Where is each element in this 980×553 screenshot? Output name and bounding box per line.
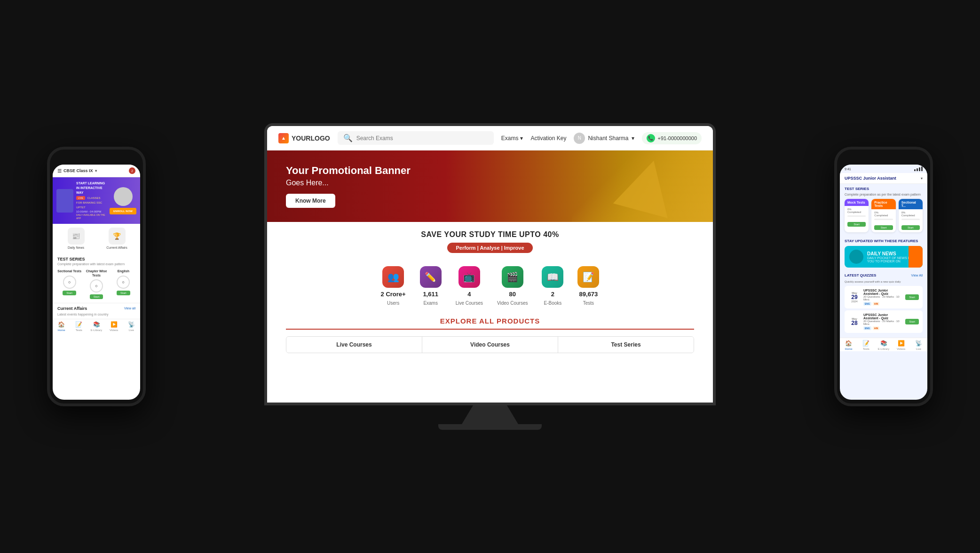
nav-videos-label: Videos	[110, 329, 118, 332]
logo-text: YOURLOGO	[292, 134, 330, 142]
whatsapp-icon: 📞	[647, 134, 655, 142]
quiz-info-1: UPSSSC Junior Assistant - Quiz 20 Questi…	[863, 289, 902, 306]
quiz-name-2: UPSSSC Junior Assistant - Quiz	[863, 313, 902, 320]
nav-elibrary[interactable]: 📚 E-Library	[87, 321, 105, 332]
daily-news-accent	[909, 246, 923, 268]
features-title: STAY UPDATED WITH THESE FEATURES	[845, 239, 923, 243]
ca-view-all[interactable]: View all	[124, 307, 135, 310]
exam-selector[interactable]: UPSSSC Junior Assistant ▾	[840, 173, 927, 184]
banner-subtitle: Goes Here...	[286, 179, 411, 187]
nav-home[interactable]: 🏠 Home	[53, 321, 70, 332]
tab-live-courses[interactable]: Live Courses	[286, 337, 422, 353]
r-nav-live-label: Live	[916, 348, 921, 350]
save-title: SAVE YOUR STUDY TIME UPTO 40%	[267, 230, 713, 239]
daily-news-card[interactable]: DAILY NEWS DAILY POCKET OF NEWS FOR YOU …	[845, 246, 923, 268]
start-english-button[interactable]: Start	[117, 291, 130, 295]
banner-text: Your Promotional Banner Goes Here... Kno…	[286, 165, 411, 208]
nav-tests-label: Tests	[76, 329, 82, 332]
test-cards-row: Sectional Tests ○ Start Chapter Wise Tes…	[57, 269, 135, 299]
start-chapter-button[interactable]: Start	[90, 294, 103, 299]
live-badge-wrap: LIVE CLASSES FOR BANKING SSC UPTET	[76, 196, 107, 209]
live-icon: 📡	[128, 321, 135, 328]
exams-label: Exams	[501, 135, 519, 142]
right-phone-test-section: TEST SERIES Complete preparation as per …	[840, 184, 927, 236]
video-courses-value: 80	[509, 291, 516, 298]
quiz-start-button-2[interactable]: Start	[905, 319, 919, 324]
ebooks-icon: 📖	[542, 266, 563, 288]
explore-section: EXPLORE ALL PRODUCTS Live Courses Video …	[267, 312, 713, 353]
right-card-sectional: Sectional T... 0% Completed Start	[899, 199, 923, 232]
quiz-badges-2: ENG HIN	[863, 326, 902, 330]
users-icon: 👥	[382, 266, 404, 288]
notification-badge[interactable]: 2	[129, 167, 135, 174]
left-phone-icons-row: 📰 Daily News 🏆 Current Affairs	[53, 224, 140, 253]
hamburger-icon[interactable]: ☰	[57, 168, 62, 174]
eng-badge-2: ENG	[863, 326, 871, 330]
sectional-tests-body: 0% Completed Start	[899, 209, 923, 232]
mock-start-button[interactable]: Start	[847, 222, 866, 227]
enroll-button[interactable]: ENROLL NOW	[110, 208, 136, 214]
r-nav-live[interactable]: 📡 Live	[910, 340, 927, 350]
daily-news-image	[849, 250, 863, 264]
explore-title: EXPLORE ALL PRODUCTS	[286, 317, 694, 330]
live-courses-value: 4	[467, 291, 471, 298]
r-tests-icon: 📝	[862, 340, 869, 347]
exams-menu[interactable]: Exams ▾	[501, 135, 523, 142]
banner-title: Your Promotional Banner	[286, 165, 411, 177]
ebooks-value: 2	[551, 291, 554, 298]
practice-start-button[interactable]: Start	[874, 225, 893, 230]
r-nav-home[interactable]: 🏠 Home	[840, 340, 857, 350]
live-courses-icon: 📺	[458, 266, 480, 288]
current-affairs-icon: 🏆	[109, 228, 126, 245]
r-nav-videos[interactable]: ▶️ Videos	[893, 340, 910, 350]
right-test-subtitle: Complete preparation as per the latest e…	[840, 193, 927, 199]
r-nav-tests[interactable]: 📝 Tests	[857, 340, 875, 350]
banner-time: 10:00AM - 04:00PM	[76, 210, 107, 213]
r-videos-icon: ▶️	[898, 340, 905, 347]
quizzes-header: LATEST QUIZZES View All	[845, 273, 923, 277]
practice-progress-bar	[874, 219, 893, 220]
ca-subtitle: Latest events happening in country	[57, 313, 135, 316]
video-courses-icon: 🎬	[502, 266, 523, 288]
quizzes-view-all[interactable]: View All	[911, 274, 923, 277]
quiz-info-2: UPSSSC Junior Assistant - Quiz 20 Questi…	[863, 313, 902, 330]
practice-tests-body: 0% Completed Start	[871, 209, 895, 232]
exam-chevron-icon: ▾	[921, 176, 923, 181]
nav-live-label: Live	[129, 329, 134, 332]
tab-test-series[interactable]: Test Series	[558, 337, 694, 353]
search-input[interactable]	[356, 135, 488, 142]
users-value: 2 Crore+	[381, 291, 406, 298]
sectional-progress-bar	[901, 219, 920, 220]
quiz-date-1: May 29 2024	[848, 292, 861, 303]
nav-tests[interactable]: 📝 Tests	[70, 321, 87, 332]
stat-tests: 📝 89,673 Tests	[577, 266, 599, 306]
quiz-start-button-1[interactable]: Start	[905, 294, 919, 300]
r-nav-elibrary[interactable]: 📚 E-Library	[875, 340, 892, 350]
current-affairs-section: Current Affairs View all Latest events h…	[53, 303, 140, 319]
user-menu[interactable]: N Nishant Sharma ▾	[574, 133, 634, 144]
tab-video-courses[interactable]: Video Courses	[422, 337, 558, 353]
current-affairs-icon-item[interactable]: 🏆 Current Affairs	[98, 228, 135, 249]
r-nav-home-label: Home	[845, 348, 853, 350]
r-elibrary-icon: 📚	[880, 340, 887, 347]
activation-key-link[interactable]: Activation Key	[530, 135, 566, 142]
sectional-start-button[interactable]: Start	[901, 225, 920, 230]
site-logo: ▲ YOURLOGO	[278, 133, 330, 143]
phone-contact[interactable]: 📞 +91-0000000000	[642, 132, 702, 144]
banner-triangle	[613, 153, 681, 218]
current-affairs-label: Current Affairs	[106, 246, 127, 249]
eng-badge-1: ENG	[863, 302, 871, 306]
class-label: CBSE Class IX	[63, 168, 93, 173]
start-sectional-button[interactable]: Start	[63, 291, 76, 295]
nav-videos[interactable]: ▶️ Videos	[105, 321, 123, 332]
tests-icon: 📝	[577, 266, 599, 288]
hin-badge-2: HIN	[873, 326, 880, 330]
know-more-button[interactable]: Know More	[286, 194, 335, 208]
search-bar[interactable]: 🔍	[338, 131, 494, 145]
daily-news-icon-item[interactable]: 📰 Daily News	[57, 228, 95, 249]
right-phone-bottom-nav: 🏠 Home 📝 Tests 📚 E-Library ▶️ Videos 📡 L…	[840, 338, 927, 351]
signal-icon	[914, 166, 923, 171]
nav-live[interactable]: 📡 Live	[123, 321, 140, 332]
daily-news-label: Daily News	[68, 246, 84, 249]
tests-value: 89,673	[579, 291, 598, 298]
